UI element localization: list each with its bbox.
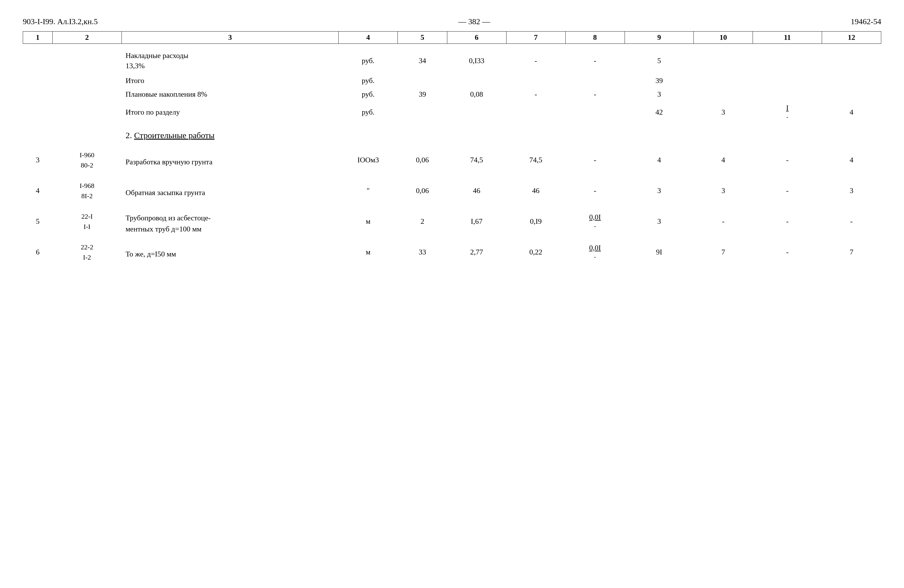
row4-col12: 3: [822, 175, 881, 206]
table-row: 3 I-960 80-2 Разработка вручную грунта I…: [23, 145, 881, 175]
plan-col9: 3: [624, 86, 694, 100]
table-row: Итого по разделу руб. 42 3 I - 4: [23, 100, 881, 122]
row5-col9: 3: [624, 206, 694, 237]
row3-num: 3: [23, 145, 53, 175]
nakl-line2: 13,3%: [125, 62, 145, 70]
row3-unit: IOOм3: [338, 145, 398, 175]
row5-num: 5: [23, 206, 53, 237]
col-header-8: 8: [566, 32, 624, 44]
table-row: Накладные расходы 13,3% руб. 34 0,I33 - …: [23, 44, 881, 73]
section-header-row: 2. Строительные работы: [23, 122, 881, 145]
nakl-col8: -: [566, 44, 624, 73]
header-center: — 382 —: [458, 17, 490, 26]
row4-col7: 46: [506, 175, 566, 206]
itogo-val: 39: [624, 73, 694, 86]
row6-unit: м: [338, 237, 398, 268]
col-header-12: 12: [822, 32, 881, 44]
main-table: 1 2 3 4 5 6 7 8 9 10 11 12 Накладные рас…: [23, 31, 881, 268]
table-row: Итого руб. 39: [23, 73, 881, 86]
itogo-label: Итого: [122, 73, 338, 86]
row3-col6: 74,5: [447, 145, 506, 175]
table-row: 6 22-2 I-2 То же, д=I50 мм м 33 2,77 0,2…: [23, 237, 881, 268]
row3-col5: 0,06: [398, 145, 447, 175]
row5-col11: -: [753, 206, 822, 237]
itogo-razdel-col11: I -: [753, 100, 822, 122]
col-header-4: 4: [338, 32, 398, 44]
plan-col7: -: [506, 86, 566, 100]
table-row: 4 I-968 8I-2 Обратная засыпка грунта " 0…: [23, 175, 881, 206]
row6-col8: 0,0I -: [566, 237, 624, 268]
itogo-razdel-col12: 4: [822, 100, 881, 122]
row5-col10: -: [694, 206, 753, 237]
row3-col7: 74,5: [506, 145, 566, 175]
nakl-unit: руб.: [338, 44, 398, 73]
plan-col8: -: [566, 86, 624, 100]
col-header-1: 1: [23, 32, 53, 44]
section-title: 2. Строительные работы: [125, 131, 215, 140]
plan-col5: 39: [398, 86, 447, 100]
header-left: 903-I-I99. Ал.I3.2,кн.5: [23, 17, 98, 26]
row3-code: I-960 80-2: [52, 145, 122, 175]
col-header-9: 9: [624, 32, 694, 44]
itogo-unit: руб.: [338, 73, 398, 86]
col-header-10: 10: [694, 32, 753, 44]
row4-desc: Обратная засыпка грунта: [122, 175, 338, 206]
itogo-razdel-unit: руб.: [338, 100, 398, 122]
row6-col6: 2,77: [447, 237, 506, 268]
row3-col12: 4: [822, 145, 881, 175]
row4-unit: ": [338, 175, 398, 206]
plan-label: Плановые накопления 8%: [122, 86, 338, 100]
row4-col11: -: [753, 175, 822, 206]
row5-col8: 0,0I -: [566, 206, 624, 237]
row5-code: 22-I I-I: [52, 206, 122, 237]
itogo-razdel-col10: 3: [694, 100, 753, 122]
row4-col6: 46: [447, 175, 506, 206]
row4-code: I-968 8I-2: [52, 175, 122, 206]
col-header-7: 7: [506, 32, 566, 44]
row5-col6: I,67: [447, 206, 506, 237]
plan-col6: 0,08: [447, 86, 506, 100]
row4-col5: 0,06: [398, 175, 447, 206]
col-header-6: 6: [447, 32, 506, 44]
row4-col9: 3: [624, 175, 694, 206]
row6-col7: 0,22: [506, 237, 566, 268]
row3-col10: 4: [694, 145, 753, 175]
itogo-razdel-label: Итого по разделу: [122, 100, 338, 122]
row4-col8: -: [566, 175, 624, 206]
row6-desc: То же, д=I50 мм: [122, 237, 338, 268]
nakl-col7: -: [506, 44, 566, 73]
row6-num: 6: [23, 237, 53, 268]
header-right: 19462-54: [851, 17, 881, 26]
row5-unit: м: [338, 206, 398, 237]
column-header-row: 1 2 3 4 5 6 7 8 9 10 11 12: [23, 32, 881, 44]
row6-col11: -: [753, 237, 822, 268]
row3-desc: Разработка вручную грунта: [122, 145, 338, 175]
row5-col12: -: [822, 206, 881, 237]
itogo-razdel-col9: 42: [624, 100, 694, 122]
row3-col8: -: [566, 145, 624, 175]
nakl-col6: 0,I33: [447, 44, 506, 73]
row5-col5: 2: [398, 206, 447, 237]
row6-col12: 7: [822, 237, 881, 268]
plan-unit: руб.: [338, 86, 398, 100]
row4-col10: 3: [694, 175, 753, 206]
row5-col7: 0,I9: [506, 206, 566, 237]
row6-code: 22-2 I-2: [52, 237, 122, 268]
row6-col10: 7: [694, 237, 753, 268]
row4-num: 4: [23, 175, 53, 206]
row3-col11: -: [753, 145, 822, 175]
col-header-3: 3: [122, 32, 338, 44]
row6-col5: 33: [398, 237, 447, 268]
page-header: 903-I-I99. Ал.I3.2,кн.5 — 382 — 19462-54: [23, 17, 881, 26]
col-header-11: 11: [753, 32, 822, 44]
table-row: 5 22-I I-I Трубопровод из асбестоце- мен…: [23, 206, 881, 237]
nakl-line1: Накладные расходы: [125, 52, 188, 60]
col-header-5: 5: [398, 32, 447, 44]
nakl-col5: 34: [398, 44, 447, 73]
row5-desc: Трубопровод из асбестоце- ментных труб д…: [122, 206, 338, 237]
col-header-2: 2: [52, 32, 122, 44]
row3-col9: 4: [624, 145, 694, 175]
table-row: Плановые накопления 8% руб. 39 0,08 - - …: [23, 86, 881, 100]
nakl-col9: 5: [624, 44, 694, 73]
row6-col9: 9I: [624, 237, 694, 268]
